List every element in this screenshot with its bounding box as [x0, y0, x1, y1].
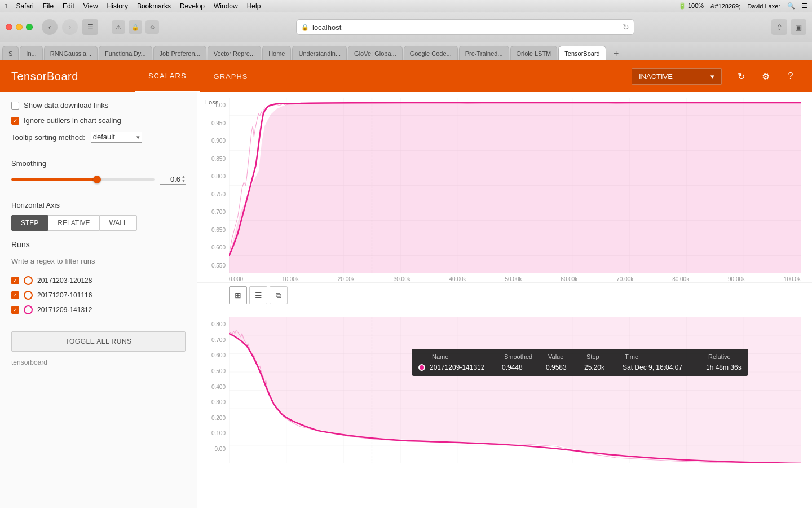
spin-down-button[interactable]: ▼ — [182, 179, 186, 183]
tab-oriole[interactable]: Oriole LSTM — [510, 46, 558, 60]
tooltip-sorting-select[interactable]: default ascending descending nearest — [91, 132, 142, 143]
y-label: 0.500 — [203, 368, 226, 374]
menubar-right: 🔋 100% &#128269; David Laxer 🔍 ☰ — [678, 2, 807, 10]
menu-develop[interactable]: Develop — [180, 2, 205, 10]
tab-functional[interactable]: FunctionalDy... — [99, 46, 152, 60]
menu-history[interactable]: History — [107, 2, 128, 10]
minimize-window-button[interactable] — [16, 24, 23, 30]
tooltip-sorting-label: Tooltip sorting method: — [11, 133, 85, 142]
chart-1: 1.00 0.950 0.900 0.850 0.800 0.750 0.700… — [203, 98, 801, 282]
tab-rnn[interactable]: RNNGaussia... — [44, 46, 98, 60]
tooltip-name: 20171209-141312 — [430, 364, 497, 371]
chart-2-container: 0.800 0.700 0.600 0.500 0.400 0.300 0.20… — [197, 311, 812, 466]
y-label: 0.850 — [203, 156, 226, 162]
tab-tensorboard[interactable]: TensorBoard — [558, 46, 606, 60]
h-axis-step-button[interactable]: STEP — [11, 215, 48, 231]
tab-google[interactable]: Google Code... — [404, 46, 458, 60]
y-axis-1: 1.00 0.950 0.900 0.850 0.800 0.750 0.700… — [203, 98, 229, 282]
mac-menubar:  Safari File Edit View History Bookmark… — [0, 0, 812, 12]
y-label: 0.600 — [203, 244, 226, 251]
run-2-circle — [24, 291, 33, 300]
horizontal-axis-buttons: STEP RELATIVE WALL — [11, 215, 186, 231]
menu-view[interactable]: View — [83, 2, 98, 10]
lock-icon[interactable]: 🔒 — [129, 20, 142, 34]
browser-chrome: ‹ › ☰ ⚠ 🔒 ☺ 🔒 localhost ↻ ⇧ ▣ — [0, 12, 812, 42]
runs-section: Runs ✓ 20171203-120128 ✓ 20171207-101116… — [11, 240, 186, 314]
h-axis-wall-button[interactable]: WALL — [99, 215, 136, 231]
run-1-checkbox[interactable]: ✓ — [11, 277, 19, 284]
status-dropdown[interactable]: INACTIVE ▾ — [632, 68, 722, 85]
tooltip-value: 0.9583 — [546, 364, 580, 371]
window-controls — [6, 24, 33, 30]
x-label: 80.00k — [672, 276, 689, 282]
toggle-all-runs-button[interactable]: TOGGLE ALL RUNS — [11, 331, 186, 352]
settings-button[interactable]: ⚙ — [756, 66, 776, 86]
smoothing-slider[interactable] — [11, 178, 155, 181]
smoothing-value-wrapper: 0.6 ▲ ▼ — [160, 174, 186, 185]
tensorboard-sidebar: Show data download links ✓ Ignore outlie… — [0, 92, 197, 508]
smoothing-spin-buttons: ▲ ▼ — [182, 174, 186, 184]
new-tab-button[interactable]: + — [610, 47, 623, 60]
tab-job[interactable]: Job Preferen... — [153, 46, 206, 60]
list-view-button[interactable]: ☰ — [249, 286, 267, 304]
h-axis-relative-button[interactable]: RELATIVE — [48, 215, 99, 231]
y-label: 0.200 — [203, 415, 226, 421]
tab-in[interactable]: In... — [20, 46, 42, 60]
datetime: &#128269; — [710, 3, 740, 10]
sidebar-toggle-button[interactable]: ☰ — [82, 19, 98, 35]
tooltip-smoothed: 0.9448 — [502, 364, 541, 371]
nav-scalars[interactable]: SCALARS — [135, 60, 200, 92]
run-1-label: 20171203-120128 — [37, 277, 92, 284]
tab-understanding[interactable]: Understandin... — [292, 46, 347, 60]
run-3-checkbox[interactable]: ✓ — [11, 306, 19, 314]
refresh-button[interactable]: ↻ — [731, 66, 751, 86]
reload-icon[interactable]: ↻ — [623, 23, 629, 32]
forward-button[interactable]: › — [62, 19, 78, 35]
run-item-1: ✓ 20171203-120128 — [11, 276, 186, 285]
maximize-window-button[interactable] — [26, 24, 33, 30]
run-2-checkbox[interactable]: ✓ — [11, 291, 19, 299]
tab-vector[interactable]: Vector Repre... — [208, 46, 261, 60]
menu-help[interactable]: Help — [247, 2, 261, 10]
chart-controls: ⊞ ☰ ⧉ — [197, 282, 812, 306]
x-label: 30.00k — [394, 276, 411, 282]
tooltip-sorting-select-wrapper: default ascending descending nearest — [91, 132, 142, 143]
warning-icon[interactable]: ⚠ — [112, 20, 125, 34]
close-window-button[interactable] — [6, 24, 12, 30]
tooltip-step: 25.20k — [584, 364, 618, 371]
smoothing-value-input[interactable]: 0.6 — [160, 175, 180, 183]
menu-edit[interactable]: Edit — [63, 2, 74, 10]
menu-window[interactable]: Window — [214, 2, 238, 10]
new-window-button[interactable]: ▣ — [791, 19, 806, 35]
menu-icon[interactable]: ☰ — [802, 2, 807, 10]
tooltip-dot — [418, 364, 425, 371]
ignore-outliers-checkbox[interactable]: ✓ — [11, 117, 19, 125]
menu-safari[interactable]: Safari — [16, 2, 33, 10]
runs-filter-input[interactable] — [11, 255, 186, 268]
y-label: 0.800 — [203, 321, 226, 327]
y-label: 0.00 — [203, 446, 226, 452]
url-bar[interactable]: 🔒 localhost ↻ — [296, 19, 634, 35]
help-button[interactable]: ? — [780, 66, 801, 86]
back-button[interactable]: ‹ — [42, 19, 58, 35]
tab-s[interactable]: S — [2, 46, 19, 60]
fit-chart-button[interactable]: ⊞ — [229, 286, 247, 304]
menu-bookmarks[interactable]: Bookmarks — [137, 2, 171, 10]
grid-view-button[interactable]: ⧉ — [270, 286, 288, 304]
x-axis-1: 0.000 10.00k 20.00k 30.00k 40.00k 50.00k… — [229, 276, 801, 282]
nav-graphs[interactable]: GRAPHS — [200, 60, 262, 92]
menu-file[interactable]: File — [43, 2, 54, 10]
person-icon[interactable]: ☺ — [145, 20, 159, 34]
browser-toolbar: ‹ › ☰ ⚠ 🔒 ☺ 🔒 localhost ↻ ⇧ ▣ — [0, 12, 812, 42]
tab-home[interactable]: Home — [262, 46, 291, 60]
ignore-outliers-option: ✓ Ignore outliers in chart scaling — [11, 116, 186, 125]
search-icon[interactable]: 🔍 — [787, 2, 795, 10]
apple-menu[interactable]:  — [5, 2, 7, 10]
horizontal-axis-label: Horizontal Axis — [11, 201, 186, 209]
show-download-checkbox[interactable] — [11, 102, 19, 110]
tab-pretrained[interactable]: Pre-Trained... — [459, 46, 509, 60]
spin-up-button[interactable]: ▲ — [182, 174, 186, 179]
tab-glove[interactable]: GloVe: Globa... — [348, 46, 403, 60]
share-button[interactable]: ⇧ — [771, 19, 787, 35]
tooltip-col-relative: Relative — [708, 353, 731, 360]
